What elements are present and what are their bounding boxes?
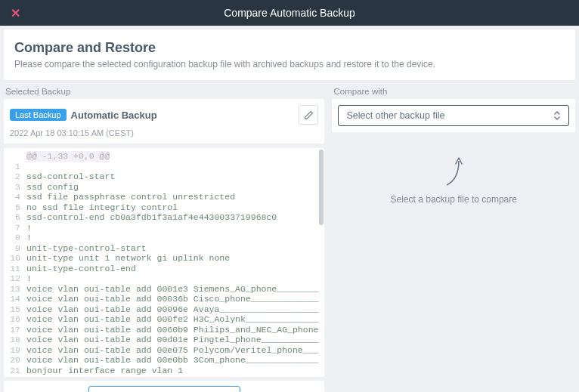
line-number: 6 xyxy=(4,212,26,223)
modal-topbar: ✕ Compare Automatic Backup xyxy=(0,0,579,26)
diff-line: 19voice vlan oui-table add 00e075 Polyco… xyxy=(4,345,324,356)
line-number: 7 xyxy=(4,223,26,233)
line-content: @@ -1,33 +0,0 @@ xyxy=(26,151,110,162)
diff-line: 11unit-type-control-end xyxy=(4,264,324,274)
line-number: 15 xyxy=(4,304,26,315)
line-content: ssd-control-start xyxy=(26,171,115,182)
line-content: ! xyxy=(26,273,32,284)
diff-line: 3ssd config xyxy=(4,182,324,193)
line-number: 20 xyxy=(4,355,26,366)
line-content: ! xyxy=(26,223,32,233)
line-number: 1 xyxy=(4,162,26,172)
line-number: 17 xyxy=(4,325,26,335)
selected-backup-label: Selected Backup xyxy=(4,85,324,99)
diff-line: 10unit-type unit 1 network gi uplink non… xyxy=(4,253,324,264)
compare-empty-state: Select a backup file to compare xyxy=(332,132,575,392)
diff-line: 22hostname newswitch8230 xyxy=(4,375,324,377)
diff-scroll[interactable]: @@ -1,33 +0,0 @@12ssd-control-start3ssd … xyxy=(4,148,324,377)
curved-arrow-icon xyxy=(442,153,465,187)
chevron-updown-icon xyxy=(553,110,561,121)
backup-name: Automatic Backup xyxy=(71,110,295,121)
restore-bar: Restore this Backup xyxy=(4,381,324,392)
page-title: Compare and Restore xyxy=(14,40,565,56)
line-number: 16 xyxy=(4,314,26,325)
line-content: voice vlan oui-table add 00e075 Polycom/… xyxy=(26,345,318,356)
line-content: voice vlan oui-table add 000fe2 H3C_Aoly… xyxy=(26,314,318,325)
diff-line: 4ssd file passphrase control unrestricte… xyxy=(4,192,324,202)
diff-line: 12! xyxy=(4,273,324,284)
diff-line: 7! xyxy=(4,223,324,233)
line-content: hostname newswitch8230 xyxy=(26,375,141,377)
line-number: 10 xyxy=(4,253,26,264)
line-number: 19 xyxy=(4,345,26,356)
diff-line: 8! xyxy=(4,233,324,243)
line-number: 12 xyxy=(4,273,26,284)
diff-line: 18voice vlan oui-table add 00d01e Pingte… xyxy=(4,335,324,345)
line-number: 22 xyxy=(4,375,26,377)
line-number: 5 xyxy=(4,202,26,213)
diff-line: 6ssd-control-end cb0a3fdb1f3a1af4e443003… xyxy=(4,212,324,223)
backup-timestamp: 2022 Apr 18 03:10:15 AM (CEST) xyxy=(4,128,324,144)
diff-line: 14voice vlan oui-table add 00036b Cisco_… xyxy=(4,294,324,304)
compare-empty-hint: Select a backup file to compare xyxy=(391,194,517,205)
line-content: voice vlan oui-table add 00036b Cisco_ph… xyxy=(26,294,318,304)
compare-select[interactable]: Select other backup file xyxy=(338,105,569,126)
diff-line: @@ -1,33 +0,0 @@ xyxy=(4,151,324,162)
compare-with-label: Compare with xyxy=(332,85,575,99)
diff-line: 20voice vlan oui-table add 00e0bb 3Com_p… xyxy=(4,355,324,366)
line-number: 2 xyxy=(4,171,26,182)
line-number: 14 xyxy=(4,294,26,304)
diff-panel: @@ -1,33 +0,0 @@12ssd-control-start3ssd … xyxy=(4,148,324,377)
diff-line: 2ssd-control-start xyxy=(4,171,324,182)
edit-button[interactable] xyxy=(299,105,318,125)
selected-backup-card: Last Backup Automatic Backup 2022 Apr 18… xyxy=(4,99,324,144)
line-number: 21 xyxy=(4,366,26,376)
line-content: ! xyxy=(26,233,32,243)
line-content: voice vlan oui-table add 00096e Avaya___… xyxy=(26,304,318,315)
line-number: 3 xyxy=(4,182,26,193)
line-content: voice vlan oui-table add 00e0bb 3Com_pho… xyxy=(26,355,318,366)
close-icon[interactable]: ✕ xyxy=(0,6,31,20)
line-content: unit-type unit 1 network gi uplink none xyxy=(26,253,230,264)
line-content: no ssd file integrity control xyxy=(26,202,178,213)
line-number xyxy=(4,151,26,162)
page-description: Please compare the selected configuratio… xyxy=(14,59,565,69)
line-content: ssd-control-end cb0a3fdb1f3a1af4e4430033… xyxy=(26,212,277,223)
diff-line: 16voice vlan oui-table add 000fe2 H3C_Ao… xyxy=(4,314,324,325)
restore-button[interactable]: Restore this Backup xyxy=(88,386,240,392)
pencil-icon xyxy=(304,110,314,120)
line-number: 11 xyxy=(4,264,26,274)
line-number: 13 xyxy=(4,284,26,295)
compare-select-placeholder: Select other backup file xyxy=(346,110,444,121)
diff-line: 1 xyxy=(4,162,324,172)
line-content: voice vlan oui-table add 00d01e Pingtel_… xyxy=(26,335,318,345)
line-content: voice vlan oui-table add 0001e3 Siemens_… xyxy=(26,284,318,295)
diff-line: 21bonjour interface range vlan 1 xyxy=(4,366,324,376)
scrollbar[interactable] xyxy=(319,150,324,225)
compare-select-card: Select other backup file xyxy=(332,99,575,132)
modal-title: Compare Automatic Backup xyxy=(224,7,355,19)
line-number: 9 xyxy=(4,243,26,254)
line-content: bonjour interface range vlan 1 xyxy=(26,366,183,376)
diff-line: 15voice vlan oui-table add 00096e Avaya_… xyxy=(4,304,324,315)
line-number: 18 xyxy=(4,335,26,345)
line-content: unit-type-control-end xyxy=(26,264,136,274)
line-content: voice vlan oui-table add 0060b9 Philips_… xyxy=(26,325,318,335)
line-content: ssd file passphrase control unrestricted xyxy=(26,192,235,202)
line-content: ssd config xyxy=(26,182,79,193)
diff-line: 13voice vlan oui-table add 0001e3 Siemen… xyxy=(4,284,324,295)
diff-line: 5no ssd file integrity control xyxy=(4,202,324,213)
line-number: 8 xyxy=(4,233,26,243)
line-number: 4 xyxy=(4,192,26,202)
line-content: unit-type-control-start xyxy=(26,243,147,254)
last-backup-badge: Last Backup xyxy=(10,109,67,121)
diff-line: 17voice vlan oui-table add 0060b9 Philip… xyxy=(4,325,324,335)
diff-line: 9unit-type-control-start xyxy=(4,243,324,254)
header-card: Compare and Restore Please compare the s… xyxy=(4,29,575,80)
